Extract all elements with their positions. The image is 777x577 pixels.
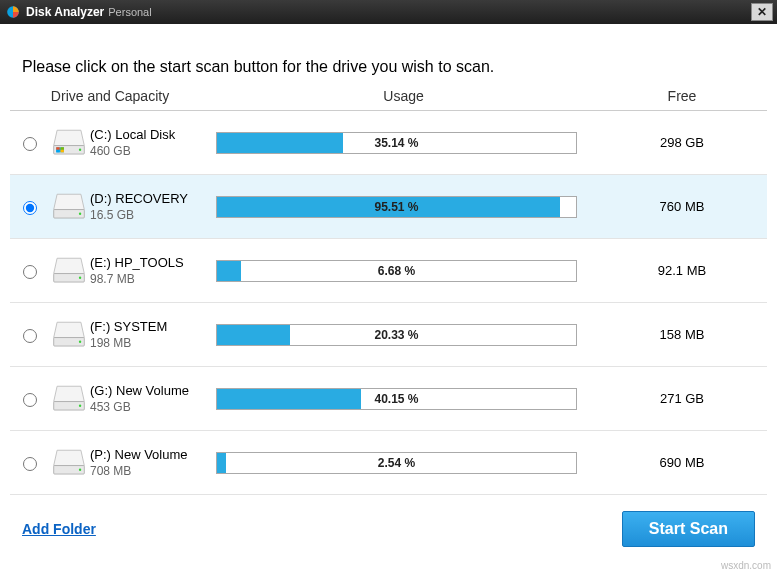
usage-bar: 95.51 %: [216, 196, 577, 218]
drive-icon: [52, 320, 86, 350]
drive-row[interactable]: (C:) Local Disk 460 GB 35.14 % 298 GB: [10, 111, 767, 175]
usage-bar: 40.15 %: [216, 388, 577, 410]
titlebar: Disk Analyzer Personal ✕: [0, 0, 777, 24]
watermark: wsxdn.com: [721, 560, 771, 571]
usage-label: 40.15 %: [217, 389, 576, 409]
drive-name: (C:) Local Disk: [90, 127, 210, 142]
usage-label: 20.33 %: [217, 325, 576, 345]
drive-capacity: 453 GB: [90, 400, 210, 414]
drive-name: (P:) New Volume: [90, 447, 210, 462]
usage-label: 95.51 %: [217, 197, 576, 217]
close-button[interactable]: ✕: [751, 3, 773, 21]
usage-bar: 6.68 %: [216, 260, 577, 282]
usage-label: 35.14 %: [217, 133, 576, 153]
drive-name: (G:) New Volume: [90, 383, 210, 398]
bottom-bar: Add Folder Start Scan: [0, 511, 777, 547]
free-space: 760 MB: [597, 199, 767, 214]
drive-radio[interactable]: [23, 201, 37, 215]
free-space: 92.1 MB: [597, 263, 767, 278]
drive-row[interactable]: (G:) New Volume 453 GB 40.15 % 271 GB: [10, 367, 767, 431]
app-logo-icon: [6, 5, 20, 19]
svg-rect-6: [56, 149, 59, 152]
usage-bar: 2.54 %: [216, 452, 577, 474]
free-space: 271 GB: [597, 391, 767, 406]
drive-name: (F:) SYSTEM: [90, 319, 210, 334]
usage-bar: 20.33 %: [216, 324, 577, 346]
column-header-free: Free: [597, 88, 767, 104]
drive-name: (D:) RECOVERY: [90, 191, 210, 206]
svg-rect-7: [61, 149, 64, 152]
column-header-usage: Usage: [210, 88, 597, 104]
svg-rect-5: [61, 147, 64, 150]
app-name: Disk Analyzer: [26, 5, 104, 19]
usage-label: 6.68 %: [217, 261, 576, 281]
svg-point-17: [79, 468, 81, 470]
drive-row[interactable]: (D:) RECOVERY 16.5 GB 95.51 % 760 MB: [10, 175, 767, 239]
svg-point-13: [79, 340, 81, 342]
column-headers: Drive and Capacity Usage Free: [10, 88, 767, 111]
drive-capacity: 98.7 MB: [90, 272, 210, 286]
drive-radio[interactable]: [23, 329, 37, 343]
usage-label: 2.54 %: [217, 453, 576, 473]
svg-point-11: [79, 276, 81, 278]
svg-rect-4: [56, 147, 59, 150]
drive-icon: [52, 128, 86, 158]
drive-radio[interactable]: [23, 457, 37, 471]
drive-icon: [52, 448, 86, 478]
drive-radio[interactable]: [23, 137, 37, 151]
start-scan-button[interactable]: Start Scan: [622, 511, 755, 547]
app-edition: Personal: [108, 6, 151, 18]
usage-bar: 35.14 %: [216, 132, 577, 154]
column-header-drive: Drive and Capacity: [10, 88, 210, 104]
drive-icon: [52, 384, 86, 414]
drive-capacity: 460 GB: [90, 144, 210, 158]
add-folder-link[interactable]: Add Folder: [22, 521, 96, 537]
instruction-text: Please click on the start scan button fo…: [22, 58, 767, 76]
drive-icon: [52, 192, 86, 222]
drive-capacity: 198 MB: [90, 336, 210, 350]
close-icon: ✕: [757, 5, 767, 19]
drive-row[interactable]: (E:) HP_TOOLS 98.7 MB 6.68 % 92.1 MB: [10, 239, 767, 303]
drive-list: (C:) Local Disk 460 GB 35.14 % 298 GB (D…: [10, 111, 767, 495]
drive-radio[interactable]: [23, 265, 37, 279]
svg-point-2: [79, 148, 81, 150]
svg-point-9: [79, 212, 81, 214]
drive-radio[interactable]: [23, 393, 37, 407]
free-space: 690 MB: [597, 455, 767, 470]
free-space: 158 MB: [597, 327, 767, 342]
drive-capacity: 708 MB: [90, 464, 210, 478]
drive-icon: [52, 256, 86, 286]
svg-point-15: [79, 404, 81, 406]
drive-row[interactable]: (P:) New Volume 708 MB 2.54 % 690 MB: [10, 431, 767, 495]
drive-name: (E:) HP_TOOLS: [90, 255, 210, 270]
drive-row[interactable]: (F:) SYSTEM 198 MB 20.33 % 158 MB: [10, 303, 767, 367]
drive-capacity: 16.5 GB: [90, 208, 210, 222]
free-space: 298 GB: [597, 135, 767, 150]
